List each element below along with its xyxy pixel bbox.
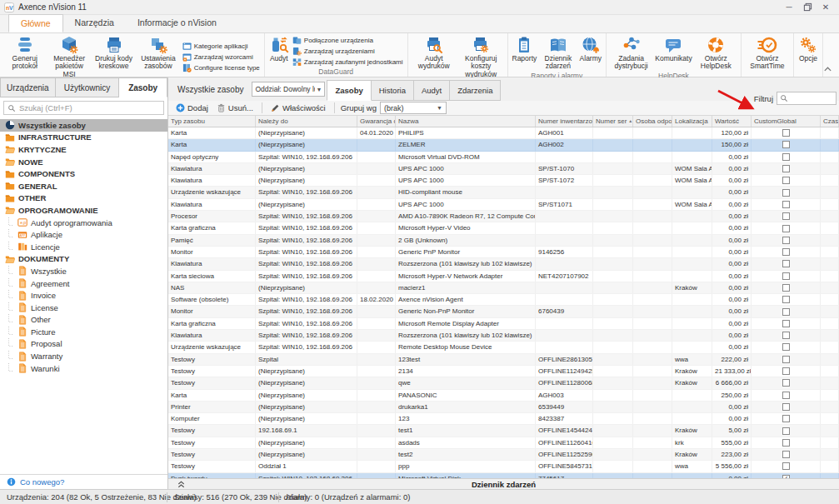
ribbon-button-zadania-dystrybucji[interactable]: Zadania dystrybucji bbox=[609, 35, 653, 72]
tab-zdarzenia[interactable]: Zdarzenia bbox=[450, 80, 501, 101]
event-log-panel[interactable]: Dziennik zdarzeń bbox=[168, 478, 839, 489]
checkbox[interactable] bbox=[782, 296, 790, 303]
column-header-nalezy-do[interactable]: Należy do bbox=[256, 116, 357, 127]
column-header-wartosc[interactable]: Wartość bbox=[712, 116, 752, 127]
tree-item-proposal[interactable]: Proposal bbox=[0, 338, 167, 351]
checkbox[interactable] bbox=[782, 415, 790, 422]
tree-item-agreement[interactable]: Agreement bbox=[0, 277, 167, 290]
tree-item-warranty[interactable]: Warranty bbox=[0, 350, 167, 362]
table-row[interactable]: Klawiatura(Nieprzypisane)UPS APC 1000SP/… bbox=[168, 175, 839, 187]
whats-new-link[interactable]: Co nowego? bbox=[0, 474, 167, 489]
tree-item-aplikacje[interactable]: APPAplikacje bbox=[0, 228, 167, 241]
table-row[interactable]: MonitorSzpital: WIN10, 192.168.69.206Gen… bbox=[168, 306, 839, 317]
table-row[interactable]: Printer(Nieprzypisane)drukarka165394490,… bbox=[168, 402, 839, 413]
checkbox[interactable] bbox=[782, 439, 790, 447]
checkbox[interactable] bbox=[782, 272, 790, 280]
ribbon-button-dziennik-zdarzen[interactable]: Dziennik zdarzeń bbox=[538, 35, 577, 72]
tree-item-other[interactable]: OTHER bbox=[0, 192, 167, 205]
checkbox[interactable] bbox=[782, 403, 790, 411]
column-header-osoba-odpowi[interactable]: Osoba odpowi bbox=[633, 116, 672, 127]
checkbox[interactable] bbox=[782, 129, 790, 137]
tree-item-audyt-oprogramowania[interactable]: e,pAudyt oprogramowania bbox=[0, 217, 167, 229]
checkbox[interactable] bbox=[782, 177, 790, 184]
table-row[interactable]: KlawiaturaSzpital: WIN10, 192.168.69.206… bbox=[168, 258, 839, 270]
ribbon-button-menedzer-pakietow-msi[interactable]: Menedżer pakietów MSI bbox=[47, 35, 91, 79]
tab-audyt[interactable]: Audyt bbox=[414, 80, 450, 101]
sidebar-tab-uzytkownicy[interactable]: Użytkownicy bbox=[56, 77, 120, 97]
filter-input-wrap[interactable] bbox=[777, 92, 837, 105]
menu-tab-informacje-o-nvision[interactable]: Informacje o nVision bbox=[126, 14, 228, 32]
table-row[interactable]: Karta(Nieprzypisane)04.01.2020PHILIPSAGH… bbox=[168, 127, 839, 139]
checkbox[interactable] bbox=[782, 367, 790, 375]
tree-item-warunki[interactable]: Warunki bbox=[0, 362, 167, 375]
menu-tab-narzedzia[interactable]: Narzędzia bbox=[63, 14, 126, 32]
ribbon-button-zarzadzaj-urzadzeniami[interactable]: Zarządzaj urządzeniami bbox=[292, 47, 403, 56]
table-row[interactable]: Karta(Nieprzypisane)ZELMERAGH002150,00 z… bbox=[168, 139, 839, 151]
group-by-dropdown[interactable]: (brak) ▼ bbox=[380, 102, 447, 114]
ribbon-button-generuj-protokol[interactable]: Generuj protokół bbox=[2, 35, 47, 79]
table-row[interactable]: Urządzenie wskazująceSzpital: WIN10, 192… bbox=[168, 187, 839, 198]
checkbox[interactable] bbox=[782, 392, 790, 399]
chevron-double-up-icon[interactable] bbox=[177, 480, 186, 489]
ribbon-button-opcje[interactable]: Opcje bbox=[797, 35, 820, 67]
sidebar-tab-urzadzenia[interactable]: Urządzenia bbox=[0, 77, 56, 97]
ribbon-button-audyt-wydrukow[interactable]: Audyt wydruków bbox=[411, 35, 457, 79]
restore-button[interactable] bbox=[798, 1, 817, 14]
tab-zasoby[interactable]: Zasoby bbox=[327, 80, 371, 101]
checkbox[interactable] bbox=[782, 141, 790, 148]
checkbox[interactable] bbox=[782, 332, 790, 339]
table-row[interactable]: KlawiaturaSzpital: WIN10, 192.168.69.206… bbox=[168, 330, 839, 342]
column-header-typ-zasobu[interactable]: Typ zasobu bbox=[168, 116, 256, 127]
checkbox[interactable] bbox=[782, 248, 790, 256]
checkbox[interactable] bbox=[782, 201, 790, 208]
tree-item-general[interactable]: GENERAL bbox=[0, 180, 167, 192]
checkbox[interactable] bbox=[782, 153, 790, 161]
sidebar-tab-zasoby[interactable]: Zasoby bbox=[119, 77, 167, 97]
ribbon-button-audyt[interactable]: Audyt bbox=[267, 35, 291, 67]
table-row[interactable]: ProcesorSzpital: WIN10, 192.168.69.206AM… bbox=[168, 211, 839, 222]
column-header-numer-ser[interactable]: Numer ser▲ bbox=[593, 116, 633, 127]
checkbox[interactable] bbox=[782, 308, 790, 316]
ribbon-button-alarmy[interactable]: Alarmy bbox=[578, 35, 603, 72]
table-row[interactable]: Karta(Nieprzypisane)PANASONICAGH003250,0… bbox=[168, 390, 839, 402]
column-header-lokalizacja[interactable]: Lokalizacja bbox=[672, 116, 712, 127]
branch-filter-dropdown[interactable]: Oddział: Dowolny lub bra ▼ bbox=[252, 82, 325, 97]
table-row[interactable]: Klawiatura(Nieprzypisane)UPS APC 1000SP/… bbox=[168, 163, 839, 175]
table-row[interactable]: Testowy(Nieprzypisane)test2OFFLINE112525… bbox=[168, 449, 839, 461]
table-row[interactable]: Testowy(Nieprzypisane)asdadsOFFLINE11260… bbox=[168, 437, 839, 449]
table-row[interactable]: Karta graficznaSzpital: WIN10, 192.168.6… bbox=[168, 222, 839, 234]
tree-item-other[interactable]: Other bbox=[0, 314, 167, 327]
ribbon-button-drukuj-kody-kreskowe[interactable]: Drukuj kody kreskowe bbox=[92, 35, 136, 79]
checkbox[interactable] bbox=[782, 379, 790, 387]
tree-item-components[interactable]: COMPONENTS bbox=[0, 167, 167, 180]
tree-item-nowe[interactable]: NOWE bbox=[0, 156, 167, 168]
column-header-czas[interactable]: Czas bbox=[821, 116, 839, 127]
close-button[interactable]: ✕ bbox=[817, 1, 835, 14]
ribbon-button-otworz-smarttime[interactable]: Otwórz SmartTime bbox=[744, 35, 791, 72]
checkbox[interactable] bbox=[782, 356, 790, 363]
add-button[interactable]: Dodaj bbox=[173, 103, 211, 112]
checkbox[interactable] bbox=[782, 462, 790, 470]
ribbon-button-kategorie-aplikacji[interactable]: Kategorie aplikacji bbox=[182, 42, 260, 51]
table-row[interactable]: TestowySzpital123testOFFLINE2861305wwa22… bbox=[168, 354, 839, 366]
checkbox[interactable] bbox=[782, 189, 790, 197]
properties-button[interactable]: Właściwości bbox=[268, 103, 328, 112]
table-row[interactable]: Testowy(Nieprzypisane)2134OFFLINE1124942… bbox=[168, 366, 839, 377]
checkbox[interactable] bbox=[782, 212, 790, 220]
ribbon-button-podlaczone-urzadzenia[interactable]: Podłączone urządzenia bbox=[292, 36, 403, 45]
column-header-numer-inwentarzowy[interactable]: Numer inwentarzowy bbox=[536, 116, 593, 127]
table-row[interactable]: Klawiatura(Nieprzypisane)UPS APC 1000SP/… bbox=[168, 199, 839, 211]
filter-input[interactable] bbox=[791, 94, 833, 102]
sidebar-search[interactable] bbox=[3, 101, 164, 115]
tree-item-licencje[interactable]: Licencje bbox=[0, 241, 167, 253]
checkbox[interactable] bbox=[782, 237, 790, 244]
search-input[interactable] bbox=[19, 103, 160, 112]
ribbon-button-zarzadzaj-wzorcami[interactable]: Zarządzaj wzorcami bbox=[182, 52, 260, 62]
tab-historia[interactable]: Historia bbox=[372, 80, 414, 101]
ribbon-button-configure-license-type[interactable]: Configure license type bbox=[182, 63, 260, 72]
table-row[interactable]: Karta graficznaSzpital: WIN10, 192.168.6… bbox=[168, 318, 839, 330]
table-row[interactable]: MonitorSzpital: WIN10, 192.168.69.206Gen… bbox=[168, 247, 839, 258]
table-row[interactable]: Komputer(Nieprzypisane)12384233870,00 zł bbox=[168, 413, 839, 425]
tree-item-invoice[interactable]: Invoice bbox=[0, 289, 167, 302]
tree-item-dokumenty[interactable]: DOKUMENTY bbox=[0, 253, 167, 266]
